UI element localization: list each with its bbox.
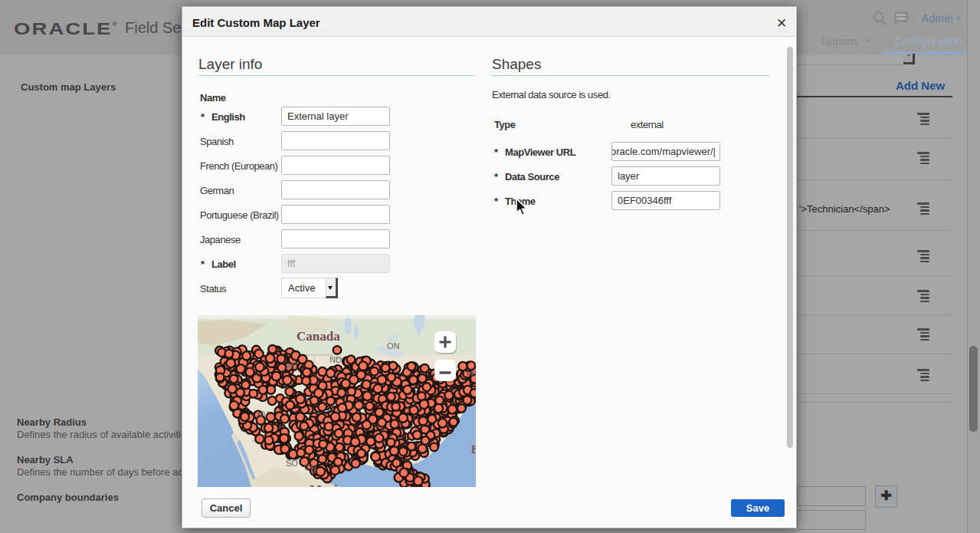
svg-text:MT: MT: [287, 361, 299, 370]
svg-text:ME: ME: [466, 369, 476, 378]
svg-text:SO: SO: [286, 459, 298, 468]
svg-text:Canada: Canada: [297, 329, 340, 344]
svg-text:Mexico: Mexico: [310, 482, 350, 487]
svg-text:B: B: [471, 444, 476, 456]
svg-text:ND: ND: [329, 355, 342, 364]
svg-text:ON: ON: [387, 341, 400, 350]
svg-text:CH: CH: [304, 462, 316, 472]
svg-text:NV: NV: [257, 410, 269, 419]
